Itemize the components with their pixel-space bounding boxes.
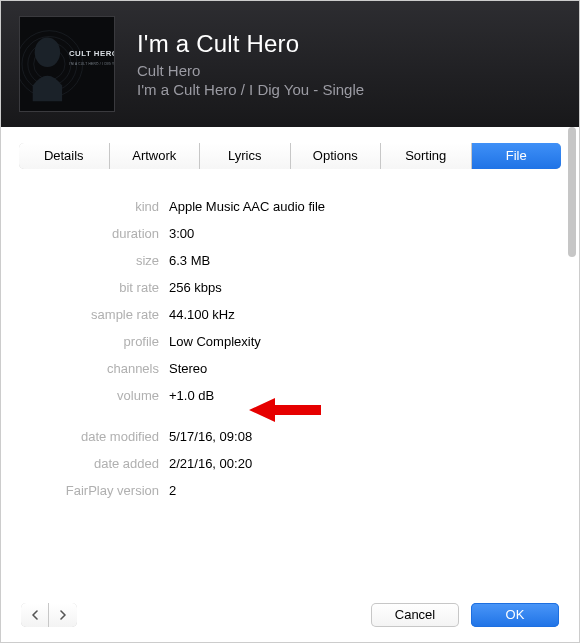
row-sample-rate: sample rate 44.100 kHz	[19, 307, 561, 322]
file-details: kind Apple Music AAC audio file duration…	[19, 199, 561, 498]
row-size: size 6.3 MB	[19, 253, 561, 268]
label-bit-rate: bit rate	[19, 280, 169, 295]
tab-bar: Details Artwork Lyrics Options Sorting F…	[19, 143, 561, 169]
value-kind: Apple Music AAC audio file	[169, 199, 325, 214]
value-sample-rate: 44.100 kHz	[169, 307, 235, 322]
tab-file[interactable]: File	[472, 143, 562, 169]
value-bit-rate: 256 kbps	[169, 280, 222, 295]
prev-button[interactable]	[21, 603, 49, 627]
song-info-window: CULT HERO I'M A CULT HERO / I DIG YOU I'…	[0, 0, 580, 643]
value-volume: +1.0 dB	[169, 388, 214, 403]
label-date-added: date added	[19, 456, 169, 471]
label-date-modified: date modified	[19, 429, 169, 444]
row-volume: volume +1.0 dB	[19, 388, 561, 403]
row-fairplay: FairPlay version 2	[19, 483, 561, 498]
footer: Cancel OK	[1, 603, 579, 627]
body: Details Artwork Lyrics Options Sorting F…	[1, 127, 579, 643]
artwork-subtitle: I'M A CULT HERO / I DIG YOU	[69, 62, 114, 66]
row-profile: profile Low Complexity	[19, 334, 561, 349]
label-fairplay: FairPlay version	[19, 483, 169, 498]
value-date-added: 2/21/16, 00:20	[169, 456, 252, 471]
chevron-left-icon	[31, 610, 39, 620]
album-name: I'm a Cult Hero / I Dig You - Single	[137, 81, 364, 98]
nav-group	[21, 603, 77, 627]
tab-lyrics[interactable]: Lyrics	[200, 143, 291, 169]
scrollbar-thumb[interactable]	[568, 127, 576, 257]
tab-options[interactable]: Options	[291, 143, 382, 169]
row-channels: channels Stereo	[19, 361, 561, 376]
label-sample-rate: sample rate	[19, 307, 169, 322]
tab-details[interactable]: Details	[19, 143, 110, 169]
value-profile: Low Complexity	[169, 334, 261, 349]
song-title: I'm a Cult Hero	[137, 30, 364, 58]
ok-button[interactable]: OK	[471, 603, 559, 627]
row-date-modified: date modified 5/17/16, 09:08	[19, 429, 561, 444]
label-duration: duration	[19, 226, 169, 241]
value-date-modified: 5/17/16, 09:08	[169, 429, 252, 444]
svg-point-5	[35, 38, 60, 67]
chevron-right-icon	[59, 610, 67, 620]
next-button[interactable]	[49, 603, 77, 627]
tab-sorting[interactable]: Sorting	[381, 143, 472, 169]
album-artwork: CULT HERO I'M A CULT HERO / I DIG YOU	[19, 16, 115, 112]
cancel-button[interactable]: Cancel	[371, 603, 459, 627]
group-separator	[19, 415, 561, 429]
header: CULT HERO I'M A CULT HERO / I DIG YOU I'…	[1, 1, 579, 127]
header-meta: I'm a Cult Hero Cult Hero I'm a Cult Her…	[137, 30, 364, 98]
row-kind: kind Apple Music AAC audio file	[19, 199, 561, 214]
value-size: 6.3 MB	[169, 253, 210, 268]
tab-artwork[interactable]: Artwork	[110, 143, 201, 169]
value-duration: 3:00	[169, 226, 194, 241]
label-channels: channels	[19, 361, 169, 376]
label-profile: profile	[19, 334, 169, 349]
scrollbar[interactable]	[564, 127, 578, 257]
label-size: size	[19, 253, 169, 268]
value-channels: Stereo	[169, 361, 207, 376]
value-fairplay: 2	[169, 483, 176, 498]
label-volume: volume	[19, 388, 169, 403]
row-bit-rate: bit rate 256 kbps	[19, 280, 561, 295]
row-date-added: date added 2/21/16, 00:20	[19, 456, 561, 471]
label-kind: kind	[19, 199, 169, 214]
row-duration: duration 3:00	[19, 226, 561, 241]
artwork-title: CULT HERO	[69, 49, 114, 58]
artist-name: Cult Hero	[137, 62, 364, 79]
